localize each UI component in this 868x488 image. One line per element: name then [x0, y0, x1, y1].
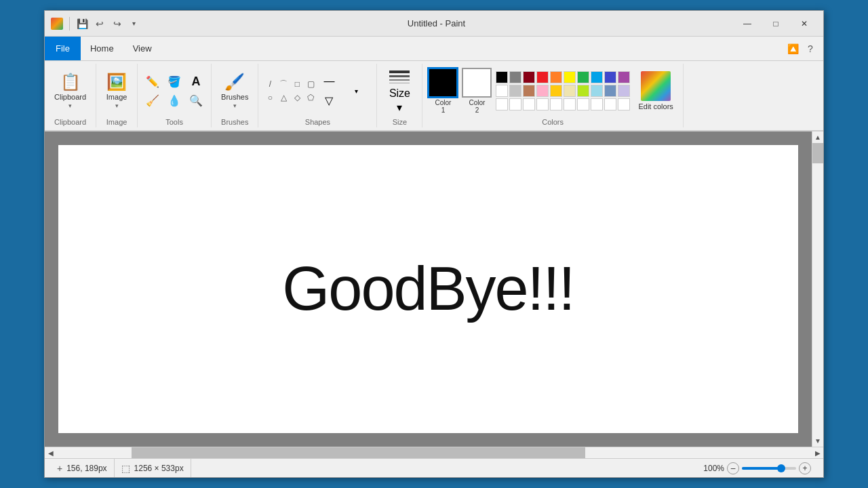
brushes-icon: 🖌️ — [224, 73, 245, 92]
swatch-w6[interactable] — [564, 98, 576, 110]
swatch-darkred[interactable] — [523, 71, 535, 83]
swatch-red[interactable] — [536, 71, 549, 83]
color2-group: Color2 — [462, 68, 492, 114]
brushes-section: 🖌️ Brushes ▾ Brushes — [212, 64, 258, 127]
scroll-left-button[interactable]: ◀ — [45, 447, 56, 459]
swatch-yellow[interactable] — [564, 71, 576, 83]
swatch-w2[interactable] — [509, 98, 521, 110]
swatch-w1[interactable] — [496, 98, 508, 110]
swatch-purple[interactable] — [618, 71, 630, 83]
swatch-steelblue[interactable] — [604, 85, 616, 97]
shapes-fill-button[interactable]: ▽ — [319, 92, 338, 109]
canvas-container: GoodBye!!! ▲ ▼ — [45, 131, 823, 447]
swatch-gold[interactable] — [550, 85, 562, 97]
selection-icon: ⬚ — [121, 463, 130, 474]
zoom-slider-thumb[interactable] — [777, 464, 785, 472]
shapes-section-label: Shapes — [305, 117, 330, 126]
swatch-white[interactable] — [496, 85, 508, 97]
swatch-blue[interactable] — [604, 71, 616, 83]
clipboard-button[interactable]: 📋 Clipboard ▾ — [50, 70, 90, 112]
shapes-row-1: / ⌒ □ ▢ — [264, 78, 317, 90]
zoom-slider[interactable] — [742, 467, 796, 470]
close-button[interactable]: ✕ — [791, 14, 818, 33]
swatch-w4[interactable] — [536, 98, 549, 110]
swatch-brown[interactable] — [523, 85, 535, 97]
save-button[interactable]: 💾 — [75, 17, 89, 30]
shape-ellipse[interactable]: ○ — [264, 92, 276, 104]
swatch-cream[interactable] — [564, 85, 576, 97]
minimize-button[interactable]: — — [734, 14, 761, 33]
shape-rect[interactable]: □ — [291, 78, 303, 90]
menu-file[interactable]: File — [45, 37, 81, 60]
clipboard-content: 📋 Clipboard ▾ — [50, 65, 90, 117]
menu-view[interactable]: View — [123, 37, 161, 60]
fill-button[interactable]: 🪣 — [165, 73, 184, 90]
menu-home[interactable]: Home — [81, 37, 123, 60]
shape-diamond[interactable]: ◇ — [291, 92, 303, 104]
eyedropper-button[interactable]: 💧 — [165, 92, 184, 109]
swatch-black[interactable] — [496, 71, 508, 83]
vertical-scrollbar[interactable]: ▲ ▼ — [812, 131, 823, 447]
color-swatches — [496, 71, 630, 110]
swatch-w10[interactable] — [618, 98, 630, 110]
zoom-in-button[interactable]: + — [799, 462, 811, 474]
swatch-green[interactable] — [577, 71, 589, 83]
swatch-skyblue[interactable] — [591, 85, 603, 97]
clipboard-section: 📋 Clipboard ▾ Clipboard — [45, 64, 96, 127]
shapes-dropdown[interactable]: ▾ — [341, 85, 371, 98]
color1-group: Color1 — [428, 68, 458, 114]
canvas-scroll-area[interactable]: GoodBye!!! — [45, 131, 812, 447]
redo-button[interactable]: ↪ — [111, 17, 124, 30]
scroll-thumb-v[interactable] — [812, 143, 823, 163]
scroll-right-button[interactable]: ▶ — [812, 447, 823, 459]
color1-box[interactable] — [428, 68, 458, 98]
quick-access-dropdown[interactable]: ▾ — [128, 18, 139, 29]
swatch-w9[interactable] — [604, 98, 616, 110]
shapes-section: / ⌒ □ ▢ ○ △ ◇ ⬠ — ▽ — [258, 64, 377, 127]
text-button[interactable]: A — [186, 73, 205, 90]
scroll-up-button[interactable]: ▲ — [812, 131, 823, 143]
swatch-lightgray[interactable] — [509, 85, 521, 97]
undo-button[interactable]: ↩ — [93, 17, 106, 30]
maximize-button[interactable]: □ — [762, 14, 789, 33]
color2-box[interactable] — [462, 68, 492, 98]
scroll-thumb-h[interactable] — [132, 447, 585, 458]
swatch-lavender[interactable] — [618, 85, 630, 97]
pencil-button[interactable]: ✏️ — [143, 73, 162, 90]
swatch-lime[interactable] — [577, 85, 589, 97]
scroll-track-h[interactable] — [56, 447, 812, 458]
swatch-cyan[interactable] — [591, 71, 603, 83]
swatch-w5[interactable] — [550, 98, 562, 110]
zoom-level: 100% — [703, 464, 724, 473]
swatch-w8[interactable] — [591, 98, 603, 110]
eraser-button[interactable]: 🧹 — [143, 92, 162, 109]
shape-round-rect[interactable]: ▢ — [304, 78, 317, 90]
cursor-position: 156, 189px — [66, 464, 106, 473]
swatch-w7[interactable] — [577, 98, 589, 110]
shape-curve[interactable]: ⌒ — [277, 78, 290, 90]
canvas[interactable]: GoodBye!!! — [58, 145, 798, 433]
horizontal-scrollbar[interactable]: ◀ ▶ — [45, 447, 823, 458]
shape-line[interactable]: / — [264, 78, 276, 90]
edit-colors-button[interactable]: Edit colors — [634, 68, 677, 113]
swatch-orange[interactable] — [550, 71, 562, 83]
shape-triangle[interactable]: △ — [277, 92, 290, 104]
menu-right: 🔼 ? — [785, 37, 823, 60]
shape-pentagon[interactable]: ⬠ — [304, 92, 317, 104]
image-button[interactable]: 🖼️ Image ▾ — [102, 70, 132, 112]
swatch-w3[interactable] — [523, 98, 535, 110]
brushes-button[interactable]: 🖌️ Brushes ▾ — [217, 70, 252, 112]
magnifier-button[interactable]: 🔍 — [186, 92, 205, 109]
size-button[interactable]: Size ▾ — [382, 65, 416, 117]
image-section-label: Image — [106, 117, 127, 126]
edit-colors-icon — [641, 71, 671, 101]
swatch-pink[interactable] — [536, 85, 549, 97]
scroll-down-button[interactable]: ▼ — [812, 435, 823, 447]
zoom-out-button[interactable]: – — [727, 462, 739, 474]
help-button[interactable]: ? — [803, 41, 818, 56]
scroll-track-v[interactable] — [812, 143, 823, 435]
shapes-arrow-icon: ▾ — [355, 87, 358, 95]
shapes-outline-button[interactable]: — — [319, 73, 338, 90]
swatch-gray[interactable] — [509, 71, 521, 83]
ribbon-collapse-button[interactable]: 🔼 — [785, 41, 800, 56]
